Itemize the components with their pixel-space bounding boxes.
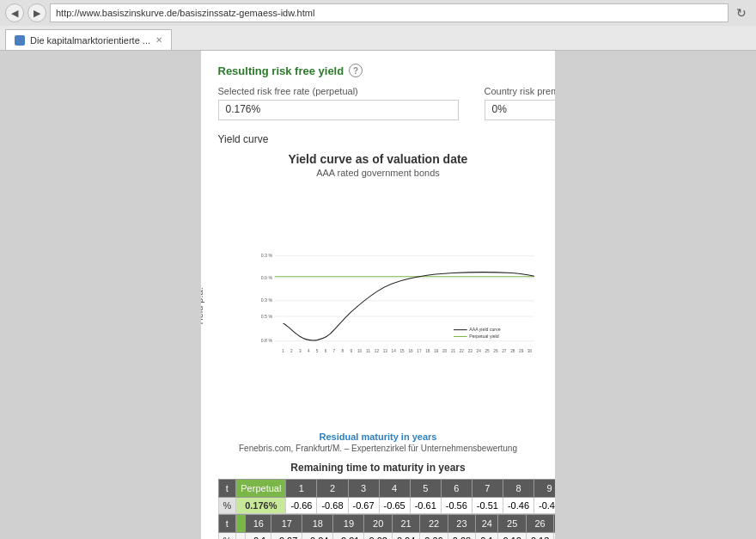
col2-header-t: t: [218, 515, 236, 533]
svg-text:16: 16: [408, 349, 413, 353]
svg-text:24: 24: [476, 349, 481, 353]
svg-text:9: 9: [350, 349, 352, 353]
cell-4: -0.65: [379, 498, 410, 514]
nav-bar: ◀ ▶ http://www.basiszinskurve.de/basiszi…: [0, 0, 756, 26]
col-header-3: 3: [348, 480, 379, 498]
browser-chrome: ◀ ▶ http://www.basiszinskurve.de/basiszi…: [0, 0, 756, 51]
cell-1: -0.66: [286, 498, 317, 514]
cell-25: 0.12: [498, 533, 526, 540]
col2-header-19: 19: [333, 515, 364, 533]
tab-close-button[interactable]: ✕: [155, 35, 162, 45]
svg-text:0.0 %: 0.0 %: [261, 275, 272, 280]
cell-17: -0.07: [271, 533, 302, 540]
cell-19: -0.01: [333, 533, 364, 540]
country-risk-label: Country risk premium: [485, 86, 556, 96]
cell-20: 0.02: [364, 533, 392, 540]
table-row-2: % -0.1 -0.07 -0.04 -0.01 0.02 0.04 0.06 …: [218, 533, 555, 540]
forward-button[interactable]: ▶: [27, 3, 46, 22]
svg-text:26: 26: [493, 349, 498, 353]
selected-rate-group: Selected risk free rate (perpetual) 0.17…: [218, 86, 459, 120]
tab-title: Die kapitalmarktorientierte ...: [30, 35, 150, 46]
row-percent-label: %: [218, 498, 236, 514]
table-title: Remaining time to maturity in years: [218, 462, 539, 474]
cell-6: -0.56: [441, 498, 472, 514]
svg-text:30: 30: [527, 349, 532, 353]
svg-text:Perpetual yield: Perpetual yield: [469, 334, 498, 339]
col-header-t: t: [218, 480, 236, 498]
perpetual-cell-row2: [236, 533, 246, 540]
chart-title: Yield curve as of valuation date: [218, 152, 539, 166]
svg-text:0.3 %: 0.3 %: [261, 253, 272, 258]
col2-header-22: 22: [420, 515, 448, 533]
col2-header-17: 17: [271, 515, 302, 533]
browser-tab[interactable]: Die kapitalmarktorientierte ... ✕: [5, 29, 172, 50]
col2-header-16: 16: [246, 515, 271, 533]
cell-9: -0.41: [534, 498, 556, 514]
svg-text:29: 29: [519, 349, 524, 353]
col-header-perpetual: Perpetual: [236, 480, 286, 498]
url-bar[interactable]: http://www.basiszinskurve.de/basiszinssa…: [50, 3, 729, 22]
svg-text:−0.8 %: −0.8 %: [261, 338, 272, 343]
col-header-1: 1: [286, 480, 317, 498]
col2-header-perpetual: [236, 515, 246, 533]
table-section: Remaining time to maturity in years t Pe…: [218, 462, 539, 539]
svg-text:27: 27: [502, 349, 507, 353]
svg-text:25: 25: [485, 349, 490, 353]
country-risk-input[interactable]: 0%: [485, 100, 556, 120]
data-table-top: t Perpetual 1 2 3 4 5 6 7 8 9 10 11 12: [218, 479, 556, 514]
cell-2: -0.68: [317, 498, 348, 514]
form-row: Selected risk free rate (perpetual) 0.17…: [218, 86, 539, 120]
col2-header-23: 23: [448, 515, 475, 533]
cell-5: -0.61: [410, 498, 441, 514]
svg-text:AAA yield curve: AAA yield curve: [469, 327, 500, 332]
cell-7: -0.51: [472, 498, 503, 514]
tab-favicon: [15, 35, 25, 46]
chart-source: Fenebris.com, Frankfurt/M. – Expertenzir…: [218, 444, 539, 453]
svg-text:7: 7: [332, 349, 335, 353]
col2-header-20: 20: [364, 515, 392, 533]
svg-text:12: 12: [374, 349, 379, 353]
svg-text:10: 10: [357, 349, 363, 353]
col-header-7: 7: [472, 480, 503, 498]
svg-text:1: 1: [282, 349, 284, 353]
cell-23: 0.08: [448, 533, 475, 540]
svg-text:19: 19: [434, 349, 439, 353]
svg-text:5: 5: [315, 349, 318, 353]
y-axis-label: Yield p.a.: [201, 287, 204, 326]
section-header: Resulting risk free yield ?: [218, 64, 539, 77]
svg-text:28: 28: [510, 349, 515, 353]
cell-24: 0.1: [476, 533, 498, 540]
chart-subtitle: AAA rated government bonds: [218, 168, 539, 178]
svg-text:14: 14: [391, 349, 396, 353]
col-header-6: 6: [441, 480, 472, 498]
svg-text:21: 21: [450, 349, 455, 353]
col2-header-26: 26: [526, 515, 553, 533]
perpetual-value-cell: 0.176%: [236, 498, 286, 514]
col2-header-21: 21: [392, 515, 419, 533]
svg-text:−0.5 %: −0.5 %: [261, 314, 272, 319]
cell-22: 0.06: [420, 533, 448, 540]
tab-bar: Die kapitalmarktorientierte ... ✕: [0, 26, 756, 50]
col2-header-25: 25: [498, 515, 526, 533]
svg-text:15: 15: [399, 349, 405, 353]
cell-8: -0.46: [503, 498, 533, 514]
col-header-4: 4: [379, 480, 410, 498]
col-header-2: 2: [317, 480, 348, 498]
back-button[interactable]: ◀: [5, 3, 24, 22]
svg-text:13: 13: [382, 349, 387, 353]
info-icon[interactable]: ?: [349, 64, 363, 77]
cell-3: -0.67: [348, 498, 379, 514]
x-axis-label: Residual maturity in years: [218, 432, 539, 442]
table-row: % 0.176% -0.66 -0.68 -0.67 -0.65 -0.61 -…: [218, 498, 555, 514]
svg-text:−0.3 %: −0.3 %: [261, 297, 272, 303]
col2-header-24: 24: [476, 515, 498, 533]
col2-header-27: 27: [554, 515, 556, 533]
section-title: Resulting risk free yield: [218, 64, 344, 77]
cell-16: -0.1: [246, 533, 271, 540]
country-risk-group: Country risk premium 0%: [485, 86, 556, 120]
selected-rate-input[interactable]: 0.176%: [218, 100, 459, 120]
row2-percent-label: %: [218, 533, 236, 540]
chart-svg: 0.3 % 0.0 % −0.3 % −0.5 % −0.8 % 1 2 3 4…: [261, 185, 539, 426]
reload-button[interactable]: ↻: [732, 3, 751, 22]
cell-26: 0.13: [526, 533, 553, 540]
